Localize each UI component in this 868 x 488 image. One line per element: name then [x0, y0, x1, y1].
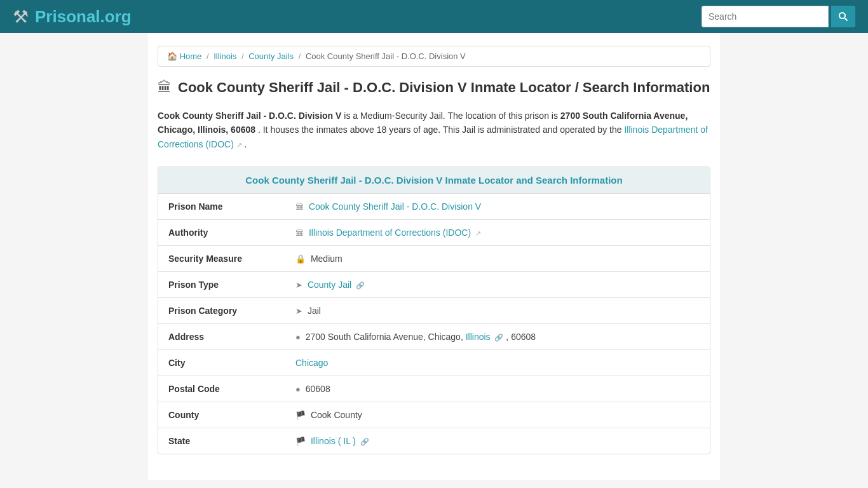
table-value: 🏛 Illinois Department of Corrections (ID…: [285, 220, 710, 246]
prison-name-link[interactable]: Cook County Sheriff Jail - D.O.C. Divisi…: [309, 201, 481, 212]
postal-value: 60608: [306, 384, 330, 394]
illinois-anchor-icon: 🔗: [494, 334, 503, 341]
table-value: ● 2700 South California Avenue, Chicago,…: [285, 324, 710, 350]
prison-name-bold: Cook County Sheriff Jail - D.O.C. Divisi…: [158, 111, 341, 121]
table-label: Prison Name: [158, 194, 285, 220]
logo-domain: .org: [100, 7, 132, 26]
breadcrumb-sep2: /: [241, 51, 244, 61]
postal-icon: ●: [295, 384, 301, 394]
table-value: 🏴 Illinois ( IL ) 🔗: [285, 428, 710, 454]
breadcrumb: 🏠 Home / Illinois / County Jails / Cook …: [158, 46, 710, 67]
address-text: 2700 South California Avenue, Chicago,: [306, 332, 466, 342]
security-value: Medium: [311, 254, 342, 264]
search-button[interactable]: [831, 6, 855, 27]
table-label: Postal Code: [158, 376, 285, 402]
svg-line-1: [845, 18, 848, 21]
search-area: [702, 6, 855, 27]
lock-icon: 🔒: [295, 254, 306, 264]
logo-area: ⚒ Prisonal.org: [13, 6, 132, 27]
table-value: ➤ Jail: [285, 298, 710, 324]
table-row: Postal Code ● 60608: [158, 376, 710, 402]
table-label: County: [158, 402, 285, 428]
table-label: City: [158, 350, 285, 376]
header: ⚒ Prisonal.org: [0, 0, 868, 33]
table-row: City Chicago: [158, 350, 710, 376]
table-row: State 🏴 Illinois ( IL ) 🔗: [158, 428, 710, 454]
table-row: County 🏴 Cook County: [158, 402, 710, 428]
address-zip: , 60608: [506, 332, 536, 342]
table-value: 🏛 Cook County Sheriff Jail - D.O.C. Divi…: [285, 194, 710, 220]
county-icon: 🏴: [295, 410, 306, 420]
table-row: Prison Type ➤ County Jail 🔗: [158, 272, 710, 298]
svg-point-0: [839, 13, 845, 18]
table-label: Prison Type: [158, 272, 285, 298]
desc-part1: is a Medium-Security Jail. The location …: [344, 111, 560, 121]
table-label: State: [158, 428, 285, 454]
home-icon: 🏠: [167, 51, 177, 61]
info-box: Cook County Sheriff Jail - D.O.C. Divisi…: [158, 166, 710, 454]
page-title: Cook County Sheriff Jail - D.O.C. Divisi…: [178, 79, 710, 96]
category-value: Jail: [308, 306, 321, 316]
state-anchor-icon: 🔗: [360, 438, 369, 445]
prison-icon: 🏛: [295, 202, 304, 212]
logo-text: Prisonal.org: [35, 7, 132, 27]
page-title-area: 🏛 Cook County Sheriff Jail - D.O.C. Divi…: [158, 79, 710, 96]
desc-part3: .: [245, 139, 247, 149]
breadcrumb-current: Cook County Sheriff Jail - D.O.C. Divisi…: [306, 51, 466, 61]
authority-ext-icon: ↗: [475, 229, 481, 237]
type-icon: ➤: [295, 280, 302, 290]
idoc-ext-icon: ↗: [236, 141, 242, 149]
logo-icon: ⚒: [13, 6, 29, 27]
state-link[interactable]: Illinois ( IL ): [311, 436, 356, 446]
table-label: Authority: [158, 220, 285, 246]
table-row: Prison Name 🏛 Cook County Sheriff Jail -…: [158, 194, 710, 220]
description: Cook County Sheriff Jail - D.O.C. Divisi…: [158, 109, 710, 151]
table-row: Prison Category ➤ Jail: [158, 298, 710, 324]
desc-part2: . It houses the inmates above 18 years o…: [258, 125, 624, 135]
table-value: ➤ County Jail 🔗: [285, 272, 710, 298]
authority-icon: 🏛: [295, 228, 304, 238]
logo-main: Prisonal: [35, 7, 100, 26]
city-link[interactable]: Chicago: [295, 358, 328, 368]
table-label: Prison Category: [158, 298, 285, 324]
breadcrumb-sep1: /: [207, 51, 209, 61]
breadcrumb-illinois[interactable]: Illinois: [214, 51, 236, 61]
table-label: Address: [158, 324, 285, 350]
search-icon: [838, 11, 848, 22]
main-content: 🏠 Home / Illinois / County Jails / Cook …: [148, 33, 720, 480]
address-icon: ●: [295, 332, 301, 342]
table-value: Chicago: [285, 350, 710, 376]
prison-type-link[interactable]: County Jail: [308, 280, 351, 290]
authority-link[interactable]: Illinois Department of Corrections (IDOC…: [309, 227, 471, 238]
illinois-link[interactable]: Illinois: [466, 332, 491, 342]
breadcrumb-county-jails[interactable]: County Jails: [248, 51, 294, 61]
category-icon: ➤: [295, 306, 302, 316]
breadcrumb-home[interactable]: Home: [180, 51, 202, 61]
table-value: ● 60608: [285, 376, 710, 402]
county-value: Cook County: [311, 410, 362, 420]
table-label: Security Measure: [158, 246, 285, 272]
info-table: Prison Name 🏛 Cook County Sheriff Jail -…: [158, 194, 710, 454]
table-value: 🔒 Medium: [285, 246, 710, 272]
type-anchor-icon: 🔗: [356, 281, 365, 289]
state-icon: 🏴: [295, 437, 306, 446]
search-input[interactable]: [702, 6, 829, 27]
building-icon: 🏛: [158, 79, 172, 96]
table-row: Authority 🏛 Illinois Department of Corre…: [158, 220, 710, 246]
breadcrumb-sep3: /: [299, 51, 301, 61]
table-row: Address ● 2700 South California Avenue, …: [158, 324, 710, 350]
info-box-header: Cook County Sheriff Jail - D.O.C. Divisi…: [158, 167, 710, 194]
table-value: 🏴 Cook County: [285, 402, 710, 428]
table-row: Security Measure 🔒 Medium: [158, 246, 710, 272]
